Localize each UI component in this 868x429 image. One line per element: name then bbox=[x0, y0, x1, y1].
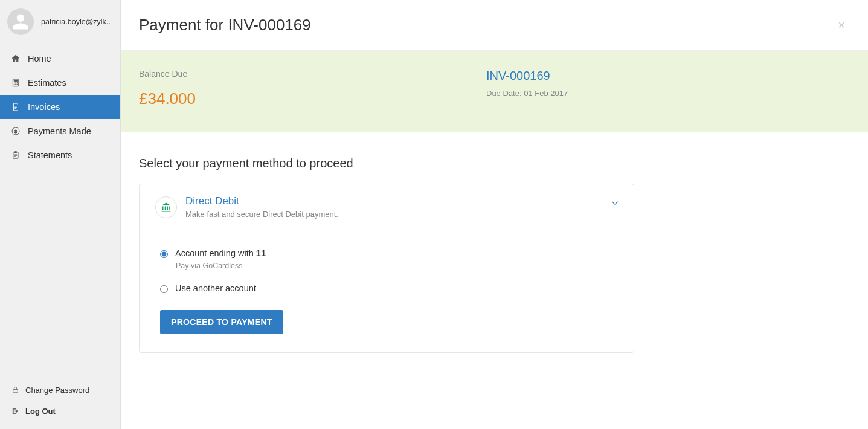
sidebar-item-label: Statements bbox=[28, 150, 72, 160]
nav: Home Estimates Invoices $ Payments Made … bbox=[0, 44, 120, 379]
lock-icon bbox=[11, 386, 19, 395]
invoice-icon bbox=[11, 102, 21, 112]
balance-section: Balance Due £34.000 bbox=[139, 69, 474, 108]
balance-amount: £34.000 bbox=[139, 89, 461, 108]
svg-point-2 bbox=[14, 82, 14, 83]
payment-method-card: Direct Debit Make fast and secure Direct… bbox=[139, 184, 634, 353]
sidebar-item-home[interactable]: Home bbox=[0, 47, 120, 71]
svg-point-3 bbox=[15, 82, 16, 83]
svg-point-6 bbox=[15, 84, 16, 85]
svg-point-4 bbox=[17, 82, 18, 83]
other-account-row[interactable]: Use another account bbox=[160, 283, 613, 293]
sidebar: patricia.boyle@zylk.. Home Estimates Inv… bbox=[0, 0, 121, 429]
account-radio[interactable] bbox=[160, 250, 168, 258]
proceed-button[interactable]: PROCEED TO PAYMENT bbox=[160, 310, 283, 334]
sidebar-item-label: Home bbox=[28, 54, 51, 63]
chevron-down-icon bbox=[609, 198, 620, 210]
section-title: Select your payment method to proceed bbox=[121, 156, 868, 170]
account-label: Account ending with 11 bbox=[175, 248, 266, 258]
other-account-radio[interactable] bbox=[160, 285, 168, 293]
bank-icon bbox=[155, 196, 177, 218]
account-option-row[interactable]: Account ending with 11 bbox=[160, 248, 613, 258]
sidebar-item-label: Payments Made bbox=[28, 126, 91, 136]
log-out-link[interactable]: Log Out bbox=[0, 401, 120, 422]
card-header[interactable]: Direct Debit Make fast and secure Direct… bbox=[140, 184, 634, 230]
balance-due-label: Balance Due bbox=[139, 69, 461, 79]
due-date: Due Date: 01 Feb 2017 bbox=[486, 89, 568, 98]
sidebar-item-label: Invoices bbox=[28, 102, 60, 112]
account-sublabel: Pay via GoCardless bbox=[176, 262, 613, 270]
invoice-number-link[interactable]: INV-000169 bbox=[486, 69, 568, 83]
svg-rect-14 bbox=[14, 152, 17, 153]
home-icon bbox=[11, 54, 21, 63]
svg-rect-1 bbox=[14, 80, 18, 82]
log-out-label: Log Out bbox=[25, 407, 56, 416]
method-title: Direct Debit bbox=[185, 195, 338, 207]
dollar-circle-icon: $ bbox=[11, 126, 21, 136]
main-content: Payment for INV-000169 × Balance Due £34… bbox=[121, 0, 868, 429]
change-password-label: Change Password bbox=[25, 385, 89, 395]
invoice-section: INV-000169 Due Date: 01 Feb 2017 bbox=[474, 69, 568, 108]
summary-panel: Balance Due £34.000 INV-000169 Due Date:… bbox=[121, 51, 868, 132]
close-button[interactable]: × bbox=[833, 16, 850, 34]
card-body: Account ending with 11 Pay via GoCardles… bbox=[140, 230, 634, 352]
method-text: Direct Debit Make fast and secure Direct… bbox=[185, 195, 338, 219]
other-account-label: Use another account bbox=[175, 283, 256, 293]
avatar bbox=[7, 8, 34, 35]
svg-point-7 bbox=[17, 84, 18, 85]
sidebar-header: patricia.boyle@zylk.. bbox=[0, 0, 120, 44]
change-password-link[interactable]: Change Password bbox=[0, 379, 120, 401]
logout-icon bbox=[11, 407, 19, 416]
method-desc: Make fast and secure Direct Debit paymen… bbox=[185, 210, 338, 219]
sidebar-item-payments-made[interactable]: $ Payments Made bbox=[0, 119, 120, 143]
sidebar-item-label: Estimates bbox=[28, 78, 66, 88]
calculator-icon bbox=[11, 78, 21, 88]
svg-point-5 bbox=[14, 84, 14, 85]
sidebar-item-statements[interactable]: Statements bbox=[0, 143, 120, 167]
sidebar-footer: Change Password Log Out bbox=[0, 379, 120, 429]
user-email: patricia.boyle@zylk.. bbox=[41, 18, 111, 26]
sidebar-item-invoices[interactable]: Invoices bbox=[0, 95, 120, 119]
svg-rect-13 bbox=[13, 152, 18, 159]
page-header: Payment for INV-000169 × bbox=[121, 0, 868, 51]
svg-text:$: $ bbox=[14, 129, 17, 134]
sidebar-item-estimates[interactable]: Estimates bbox=[0, 71, 120, 95]
svg-rect-18 bbox=[13, 389, 18, 392]
page-title: Payment for INV-000169 bbox=[139, 16, 311, 34]
clipboard-icon bbox=[11, 150, 21, 160]
